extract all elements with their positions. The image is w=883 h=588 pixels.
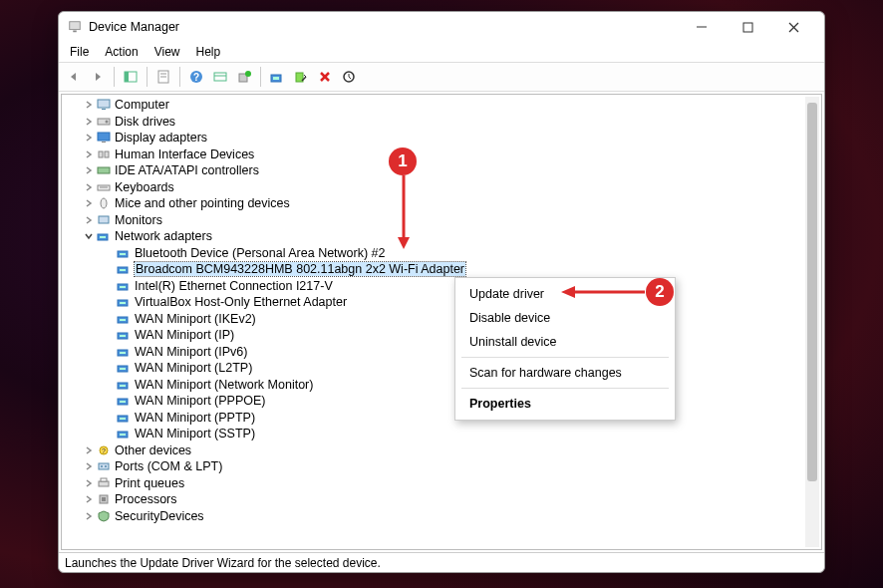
chevron-right-icon[interactable] [82, 196, 96, 210]
chevron-right-icon[interactable] [82, 443, 96, 457]
network-adapter-icon [116, 328, 132, 342]
minimize-button[interactable] [679, 12, 725, 42]
tree-child-node[interactable]: WAN Miniport (IKEv2) [62, 311, 821, 328]
tree-node[interactable]: Print queues [62, 475, 821, 492]
tree-node[interactable]: ?Other devices [62, 442, 821, 459]
tree-node[interactable]: SecurityDevices [62, 508, 821, 525]
svg-point-66 [105, 465, 107, 467]
security-icon [96, 509, 112, 523]
tree-node-label: Disk drives [115, 115, 175, 129]
tree-node-label: Processors [115, 492, 177, 506]
tree-node[interactable]: Network adapters [62, 228, 821, 245]
tree-child-node[interactable]: WAN Miniport (L2TP) [62, 360, 821, 377]
network-adapter-icon [116, 262, 132, 276]
maximize-button[interactable] [725, 12, 770, 42]
chevron-right-icon[interactable] [82, 213, 96, 227]
scan-hardware-button[interactable] [338, 66, 360, 88]
chevron-right-icon[interactable] [82, 476, 96, 490]
tree-child-node[interactable]: WAN Miniport (IPv6) [62, 344, 821, 361]
svg-rect-31 [98, 167, 110, 173]
tree-child-node[interactable]: Bluetooth Device (Personal Area Network)… [62, 245, 821, 262]
update-driver-button[interactable] [266, 66, 288, 88]
chevron-right-icon[interactable] [82, 180, 96, 194]
scrollbar[interactable] [805, 97, 819, 547]
show-hide-console-tree-button[interactable] [120, 66, 142, 88]
tree-node[interactable]: Human Interface Devices [62, 147, 821, 163]
ctx-disable-device[interactable]: Disable device [455, 306, 675, 330]
tree-child-node[interactable]: Broadcom BCM943228HMB 802.11abgn 2x2 Wi-… [62, 261, 821, 278]
svg-rect-57 [120, 401, 126, 403]
annotation-step-1: 1 [389, 147, 417, 175]
tree-node[interactable]: Processors [62, 491, 821, 508]
tree-child-label: VirtualBox Host-Only Ethernet Adapter [135, 295, 347, 309]
svg-rect-28 [102, 142, 106, 143]
tree-node[interactable]: Computer [62, 97, 821, 114]
display-icon [96, 131, 112, 145]
tree-child-label: Broadcom BCM943228HMB 802.11abgn 2x2 Wi-… [135, 262, 465, 276]
forward-button[interactable] [87, 66, 109, 88]
svg-rect-23 [98, 100, 110, 108]
tree-node[interactable]: IDE ATA/ATAPI controllers [62, 162, 821, 179]
chevron-right-icon[interactable] [82, 115, 96, 129]
back-button[interactable] [63, 66, 85, 88]
action-button[interactable] [209, 66, 231, 88]
help-button[interactable]: ? [185, 66, 207, 88]
tree-node[interactable]: Disk drives [62, 114, 821, 131]
svg-rect-53 [120, 368, 126, 370]
chevron-right-icon[interactable] [82, 131, 96, 145]
tree-child-label: WAN Miniport (IPv6) [135, 345, 247, 359]
ctx-separator [461, 388, 669, 389]
svg-rect-55 [120, 385, 126, 387]
menu-action[interactable]: Action [98, 44, 145, 60]
chevron-right-icon[interactable] [82, 492, 96, 506]
scrollbar-thumb[interactable] [807, 103, 817, 481]
tree-child-node[interactable]: WAN Miniport (Network Monitor) [62, 377, 821, 394]
tree-child-node[interactable]: WAN Miniport (SSTP) [62, 426, 821, 442]
annotation-arrow-2 [559, 285, 649, 304]
svg-rect-64 [99, 463, 109, 469]
ctx-scan-hardware[interactable]: Scan for hardware changes [455, 361, 675, 385]
menu-file[interactable]: File [63, 44, 96, 60]
network-adapter-icon [116, 246, 132, 260]
tree-child-node[interactable]: WAN Miniport (IP) [62, 327, 821, 344]
chevron-right-icon[interactable] [82, 98, 96, 112]
tree-child-node[interactable]: WAN Miniport (PPTP) [62, 410, 821, 427]
ctx-properties[interactable]: Properties [455, 392, 675, 416]
tree-child-label: WAN Miniport (PPPOE) [135, 394, 266, 408]
chevron-right-icon[interactable] [82, 459, 96, 473]
chevron-right-icon[interactable] [82, 147, 96, 161]
tree-node[interactable]: Display adapters [62, 130, 821, 147]
svg-rect-18 [273, 77, 279, 80]
chevron-right-icon[interactable] [82, 509, 96, 523]
menu-view[interactable]: View [147, 44, 187, 60]
menu-help[interactable]: Help [189, 44, 228, 60]
network-adapter-icon [116, 411, 132, 425]
network-adapter-icon [116, 378, 132, 392]
hid-icon [96, 147, 112, 161]
disk-icon [96, 115, 112, 129]
chevron-right-icon[interactable] [82, 163, 96, 177]
tree-node-label: Print queues [115, 476, 184, 490]
svg-rect-39 [120, 253, 126, 255]
tree-child-node[interactable]: VirtualBox Host-Only Ethernet Adapter [62, 294, 821, 311]
network-adapter-icon [116, 295, 132, 309]
menubar: File Action View Help [59, 42, 824, 62]
app-icon [67, 19, 83, 35]
tree-node[interactable]: Keyboards [62, 179, 821, 196]
close-button[interactable] [770, 12, 816, 42]
ctx-uninstall-device[interactable]: Uninstall device [455, 330, 675, 354]
tree-child-node[interactable]: WAN Miniport (PPPOE) [62, 393, 821, 410]
tree-node[interactable]: Ports (COM & LPT) [62, 458, 821, 475]
chevron-down-icon[interactable] [82, 229, 96, 243]
properties-button[interactable] [152, 66, 174, 88]
tree-child-node[interactable]: Intel(R) Ethernet Connection I217-V [62, 278, 821, 295]
tree-node[interactable]: Monitors [62, 212, 821, 229]
tree-node[interactable]: Mice and other pointing devices [62, 195, 821, 212]
toolbar-separator [260, 67, 261, 87]
disable-device-button[interactable] [290, 66, 312, 88]
uninstall-device-button[interactable] [314, 66, 336, 88]
computer-icon [96, 98, 112, 112]
annotation-step-2: 2 [646, 278, 674, 306]
tree-node-label: Human Interface Devices [115, 147, 254, 161]
add-legacy-hardware-button[interactable] [233, 66, 255, 88]
